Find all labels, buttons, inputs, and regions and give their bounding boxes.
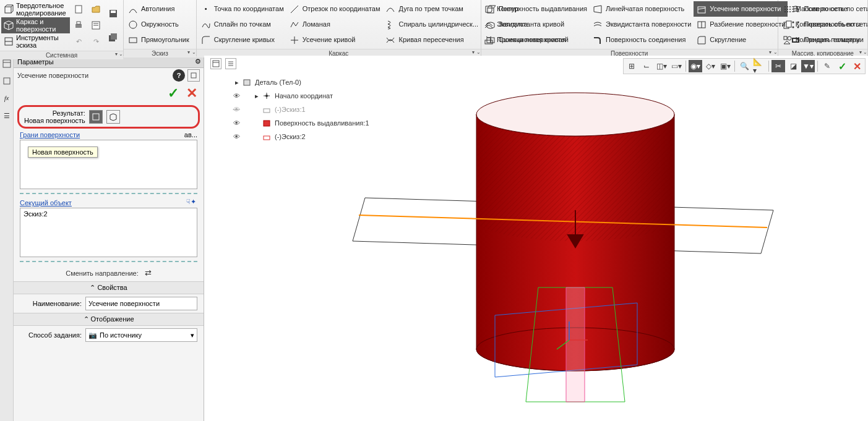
viewbar-cancel-icon[interactable]: ✕ bbox=[850, 60, 864, 72]
tree-item-sketch2[interactable]: 👁 (-)Эскиз:2 bbox=[207, 130, 369, 143]
clip-icon[interactable]: ◪ bbox=[786, 60, 800, 72]
cmd-split-surf[interactable]: Разбиение поверхности bbox=[694, 17, 788, 32]
cmd-fillet-curve[interactable]: Скругление кривых bbox=[198, 32, 286, 48]
arc-icon bbox=[385, 4, 396, 15]
faces-listbox[interactable]: Новая поверхность bbox=[20, 140, 197, 189]
print-icon[interactable] bbox=[72, 19, 85, 32]
grid-icon[interactable]: ⊞ bbox=[625, 60, 638, 72]
trimsurf-icon bbox=[696, 4, 707, 15]
part-icon bbox=[243, 78, 251, 87]
tree-root[interactable]: ▸ Деталь (Тел-0) bbox=[207, 75, 369, 89]
cmd-intersect-curve[interactable]: Кривая пересечения bbox=[382, 32, 481, 48]
cmd-helix[interactable]: Спираль цилиндрическ... bbox=[382, 17, 481, 32]
expand-icon[interactable]: ▸ bbox=[235, 79, 239, 87]
svg-point-41 bbox=[788, 36, 791, 40]
cutobj-link[interactable]: Секущий объект bbox=[14, 197, 78, 206]
viewport[interactable]: ▸ Деталь (Тел-0) 👁 ▸ Начало координат 👁 … bbox=[204, 56, 868, 421]
rail-menu-icon[interactable]: ☰ bbox=[1, 110, 12, 121]
cmd-ruled[interactable]: Линейчатая поверхность bbox=[590, 1, 694, 17]
svg-point-32 bbox=[784, 9, 786, 10]
accept-icon[interactable]: ✓ bbox=[168, 85, 179, 101]
ucs-icon[interactable]: ⌙ bbox=[640, 60, 653, 72]
svg-point-33 bbox=[787, 9, 788, 10]
pin-icon[interactable] bbox=[187, 69, 200, 82]
result-mode-body[interactable] bbox=[106, 110, 120, 124]
tree-mode1-icon[interactable] bbox=[210, 58, 221, 69]
gear-icon[interactable]: ⚙ bbox=[192, 56, 204, 67]
cmd-trim-curve[interactable]: Усечение кривой bbox=[286, 32, 383, 48]
zoom-icon[interactable]: 🔍 bbox=[737, 60, 751, 72]
tab-solid[interactable]: Твердотельное моделирование bbox=[1, 1, 70, 17]
cmd-polyline[interactable]: Ломаная bbox=[286, 17, 383, 32]
cmd-knit[interactable]: Сшивка поверхностей bbox=[483, 32, 590, 48]
redo-icon[interactable]: ↷ bbox=[89, 35, 103, 48]
eye-icon[interactable]: 👁 bbox=[231, 132, 241, 142]
swap-direction-icon[interactable]: ⇄ bbox=[145, 268, 152, 278]
saveall-icon[interactable] bbox=[106, 31, 120, 45]
shade-icon[interactable]: ◉▾ bbox=[689, 60, 702, 72]
cancel-icon[interactable]: ✕ bbox=[186, 85, 197, 101]
cmd-point[interactable]: •Точка по координатам bbox=[198, 1, 286, 17]
cmd-circle[interactable]: Окружность bbox=[125, 17, 192, 32]
cmd-blend-surf[interactable]: Поверхность соединения bbox=[590, 32, 694, 48]
viewbar-accept-icon[interactable]: ✓ bbox=[835, 60, 849, 72]
cmd-geom-collection[interactable]: Коллекция геометрии bbox=[780, 32, 866, 48]
section-icon[interactable]: ✂ bbox=[771, 60, 785, 72]
tree-item-extrude[interactable]: 👁 Поверхность выдавливания:1 bbox=[207, 116, 369, 130]
mode-select[interactable]: 📷 По источнику ▾ bbox=[85, 328, 197, 342]
rail-fx-icon[interactable]: fx bbox=[1, 93, 12, 104]
cmd-array-grid[interactable]: Массив по сетке bbox=[780, 1, 866, 17]
svg-point-37 bbox=[789, 11, 791, 12]
tab-solid-label: Твердотельное моделирование bbox=[16, 2, 67, 17]
wire-icon[interactable]: ◇▾ bbox=[703, 60, 717, 72]
cmd-copy-obj[interactable]: Копировать объекты bbox=[780, 17, 866, 32]
result-mode-newsurf[interactable] bbox=[89, 110, 103, 124]
direction-label: Сменить направление: bbox=[66, 270, 139, 277]
tree-mode2-icon[interactable] bbox=[225, 58, 236, 69]
cmd-spline[interactable]: Сплайн по точкам bbox=[198, 17, 286, 32]
save-icon[interactable] bbox=[106, 7, 120, 20]
cutobj-listbox[interactable]: Эскиз:2 bbox=[20, 208, 197, 257]
tree-item-origin[interactable]: 👁 ▸ Начало координат bbox=[207, 89, 369, 103]
cmd-patch[interactable]: Заплатка bbox=[483, 17, 590, 32]
svg-marker-60 bbox=[353, 198, 773, 253]
rail-tree-icon[interactable] bbox=[1, 58, 12, 69]
eye-hidden-icon[interactable]: 👁 bbox=[231, 104, 241, 114]
rail-settings-icon[interactable] bbox=[1, 75, 12, 87]
ribbon-surf-group: Поверхность выдавливания Заплатка Сшивка… bbox=[481, 0, 778, 55]
undo-icon[interactable]: ↶ bbox=[72, 35, 85, 48]
edit-icon[interactable]: ✎ bbox=[820, 60, 834, 72]
cmd-fillet-surf[interactable]: Скругление bbox=[694, 32, 788, 48]
tree-item-sketch1[interactable]: 👁 (-)Эскиз:1 bbox=[207, 103, 369, 116]
cmd-rect[interactable]: Прямоугольник bbox=[125, 32, 192, 48]
faces-link[interactable]: Грани поверхности bbox=[14, 129, 86, 138]
new-doc-icon[interactable] bbox=[72, 2, 85, 16]
eye-icon[interactable]: 👁 bbox=[231, 91, 241, 101]
orient-icon[interactable]: ◫▾ bbox=[655, 60, 668, 72]
tab-sketchtools[interactable]: Инструменты эскиза bbox=[1, 33, 70, 49]
measure-icon[interactable]: 📐▾ bbox=[752, 60, 766, 72]
cmd-autoline[interactable]: Автолиния bbox=[125, 1, 192, 17]
cmd-trim-surf[interactable]: Усечение поверхности bbox=[694, 1, 788, 17]
svg-point-36 bbox=[787, 11, 788, 12]
cmd-arc3pt[interactable]: Дуга по трем точкам bbox=[382, 1, 481, 17]
split-icon bbox=[696, 19, 707, 30]
eye-icon[interactable]: 👁 bbox=[231, 118, 241, 128]
command-title: Усечение поверхности bbox=[17, 72, 88, 79]
tab-wireframe[interactable]: Каркас и поверхности bbox=[1, 17, 70, 33]
section-display[interactable]: ⌃ Отображение bbox=[14, 313, 204, 326]
props-icon[interactable] bbox=[89, 19, 103, 32]
section-props[interactable]: ⌃ Свойства bbox=[14, 281, 204, 294]
open-icon[interactable] bbox=[89, 2, 103, 16]
cmd-segment[interactable]: Отрезок по координатам bbox=[286, 1, 383, 17]
filter-icon[interactable]: ▼▾ bbox=[801, 60, 815, 72]
persp-icon[interactable]: ▣▾ bbox=[718, 60, 732, 72]
help-icon[interactable]: ? bbox=[173, 69, 185, 82]
cmd-extrude-surf[interactable]: Поверхность выдавливания bbox=[483, 1, 590, 17]
view-icon[interactable]: ▭▾ bbox=[669, 60, 683, 72]
chevron-down-icon: ▾ bbox=[191, 331, 194, 339]
hand-icon[interactable]: ☟✦ bbox=[179, 198, 204, 206]
name-input[interactable] bbox=[85, 297, 197, 310]
expand-icon[interactable]: ▸ bbox=[255, 92, 259, 100]
cmd-offset-surf[interactable]: Эквидистанта поверхности bbox=[590, 17, 694, 32]
